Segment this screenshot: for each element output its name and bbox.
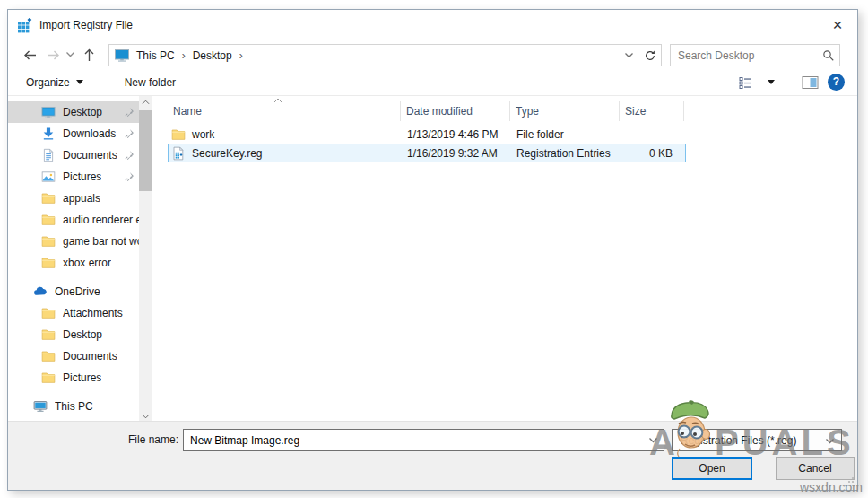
refresh-button[interactable] [638, 45, 661, 66]
file-name-chevron-icon[interactable] [648, 437, 658, 444]
onedrive-icon [33, 284, 48, 300]
folder-icon [41, 234, 56, 249]
import-registry-dialog: Import Registry File × This PC › Desktop… [7, 9, 858, 491]
search-icon[interactable] [818, 49, 839, 62]
file-name-label: File name: [62, 429, 178, 451]
sidebar-item-label: This PC [55, 400, 93, 413]
file-type-value: Registration Files (*.reg) [681, 434, 796, 447]
file-type-select[interactable]: Registration Files (*.reg) [672, 429, 842, 451]
sidebar-item-game-bar-not-wo[interactable]: game bar not wo [8, 231, 139, 252]
column-header-type[interactable]: Type [510, 101, 620, 121]
sidebar-item-documents[interactable]: Documents [8, 144, 139, 166]
forward-button-icon[interactable] [46, 48, 61, 63]
column-header-size[interactable]: Size [620, 101, 684, 121]
column-header-date-modified[interactable]: Date modified [401, 101, 510, 121]
up-button-icon[interactable] [82, 48, 97, 63]
column-header-name[interactable]: Name [168, 101, 401, 121]
sidebar-item-attachments[interactable]: Attachments [8, 302, 139, 324]
organize-button[interactable]: Organize [26, 76, 83, 89]
sidebar-item-label: audio renderer e [63, 214, 139, 226]
desktop-location-icon [115, 49, 129, 62]
sidebar-item-label: Attachments [63, 307, 123, 319]
search-box [670, 44, 840, 66]
file-rows: work1/13/2019 4:46 PMFile folderSecureKe… [168, 125, 686, 162]
new-folder-button[interactable]: New folder [125, 76, 176, 89]
breadcrumb-this-pc[interactable]: This PC [134, 49, 178, 62]
file-list-pane: Name Date modified Type Size work1/13/20… [152, 96, 856, 423]
folder-icon [41, 328, 56, 343]
sidebar-item-appuals[interactable]: appuals [8, 188, 139, 209]
file-row-securekey-reg[interactable]: SecureKey.reg1/16/2019 9:32 AMRegistrati… [168, 144, 686, 162]
help-button[interactable]: ? [828, 74, 845, 91]
sort-ascending-icon [273, 98, 282, 103]
scroll-up-icon[interactable] [139, 96, 152, 109]
command-toolbar: Organize New folder ? [8, 69, 857, 96]
sidebar-scrollbar[interactable] [139, 96, 152, 423]
close-button[interactable]: × [827, 15, 848, 35]
sidebar-item-label: Downloads [63, 127, 116, 140]
navigation-bar: This PC › Desktop › [8, 40, 857, 69]
address-dropdown-chevron-icon[interactable] [620, 49, 638, 62]
breadcrumb-separator: › [235, 49, 247, 62]
pin-icon [124, 171, 135, 182]
folder-icon [41, 213, 56, 228]
sidebar-item-label: Documents [63, 149, 117, 162]
sidebar-item-downloads[interactable]: Downloads [8, 123, 139, 144]
breadcrumb-desktop[interactable]: Desktop [190, 49, 235, 62]
sidebar-item-label: xbox error [63, 257, 111, 269]
registry-icon [17, 18, 32, 33]
organize-label: Organize [26, 76, 70, 89]
folder-icon [171, 127, 186, 142]
file-type: File folder [511, 128, 621, 141]
sidebar-item-label: game bar not wo [63, 235, 139, 248]
scrollbar-thumb[interactable] [139, 110, 152, 191]
folder-icon [41, 191, 56, 206]
documents-icon [41, 148, 56, 163]
sidebar-item-label: appuals [63, 192, 100, 205]
file-name-combo [183, 429, 664, 451]
file-date-modified: 1/13/2019 4:46 PM [402, 128, 511, 141]
change-view-icon[interactable] [738, 75, 753, 90]
sidebar-item-onedrive[interactable]: OneDrive [8, 281, 139, 302]
sidebar-item-label: Desktop [63, 106, 102, 118]
folder-icon [41, 349, 56, 364]
back-button-icon[interactable] [22, 48, 38, 63]
file-row-work[interactable]: work1/13/2019 4:46 PMFile folder [168, 125, 686, 144]
address-bar[interactable]: This PC › Desktop › [108, 44, 662, 66]
sidebar-item-desktop[interactable]: Desktop [8, 324, 139, 345]
file-name-input[interactable] [183, 429, 664, 451]
pin-icon [124, 128, 135, 139]
sidebar-item-xbox-error[interactable]: xbox error [8, 252, 139, 274]
thispc-icon [33, 399, 48, 415]
folder-icon [41, 371, 56, 386]
window-title: Import Registry File [39, 19, 133, 31]
sidebar-item-label: Desktop [63, 328, 102, 341]
folder-icon [41, 256, 56, 271]
file-name: work [192, 128, 214, 141]
preview-pane-icon[interactable] [802, 75, 820, 90]
folder-icon [41, 306, 56, 321]
breadcrumb-separator: › [178, 49, 190, 62]
resize-grip[interactable] [843, 476, 855, 487]
sidebar-item-desktop[interactable]: Desktop [8, 101, 139, 123]
pictures-icon [41, 170, 56, 185]
search-input[interactable] [671, 49, 818, 62]
pin-icon [124, 107, 135, 118]
sidebar-item-pictures[interactable]: Pictures [8, 166, 139, 188]
view-caret-icon[interactable] [768, 80, 775, 84]
recent-locations-chevron-icon[interactable] [65, 51, 75, 58]
title-bar: Import Registry File × [8, 10, 857, 40]
sidebar-item-this-pc[interactable]: This PC [8, 396, 139, 417]
sidebar-item-audio-renderer-e[interactable]: audio renderer e [8, 209, 139, 231]
open-button[interactable]: Open [672, 457, 752, 480]
new-folder-label: New folder [125, 76, 176, 89]
sidebar-item-pictures[interactable]: Pictures [8, 367, 139, 389]
column-headers: Name Date modified Type Size [168, 101, 684, 121]
file-date-modified: 1/16/2019 9:32 AM [402, 147, 511, 160]
dialog-footer: File name: Registration Files (*.reg) Op… [8, 421, 857, 490]
sidebar-item-label: OneDrive [55, 285, 100, 298]
downloads-icon [41, 127, 56, 142]
sidebar-item-documents[interactable]: Documents [8, 345, 139, 367]
pin-icon [124, 150, 135, 161]
file-type: Registration Entries [511, 147, 621, 160]
